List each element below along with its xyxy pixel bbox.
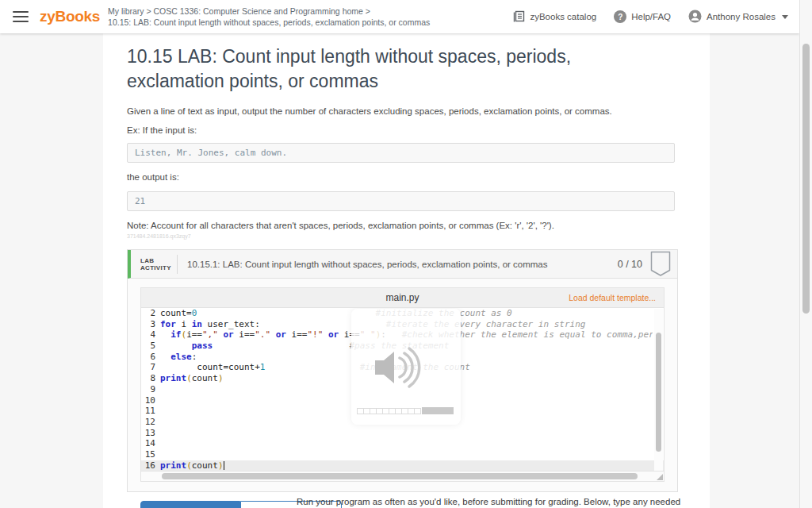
editor-filename: main.py	[385, 292, 419, 303]
line-number: 15	[141, 449, 160, 460]
zybooks-logo[interactable]: zyBooks	[40, 8, 100, 25]
divider	[177, 255, 178, 274]
line-number: 2	[141, 308, 160, 319]
lab-activity-title: 10.15.1: LAB: Count input length without…	[187, 260, 611, 269]
user-menu[interactable]: Anthony Rosales	[688, 10, 788, 25]
editor-hscrollbar[interactable]	[140, 471, 665, 482]
catalog-label: zyBooks catalog	[530, 12, 596, 21]
line-number: 9	[141, 384, 160, 395]
line-number: 10	[141, 395, 160, 406]
top-bar: zyBooks My library > COSC 1336: Computer…	[0, 0, 799, 33]
line-number: 4	[141, 329, 160, 341]
code-line[interactable]: 15	[141, 449, 664, 460]
code-text	[160, 449, 653, 460]
lab-activity-type-label: LAB ACTIVITY	[131, 257, 177, 271]
watermark-text: 371484.2481816.qx3zqy7	[127, 233, 686, 239]
example-input-box: Listen, Mr. Jones, calm down.	[127, 143, 675, 163]
develop-mode-button[interactable]	[140, 501, 240, 508]
line-number: 7	[141, 362, 160, 373]
line-number: 13	[141, 428, 160, 439]
code-editor[interactable]: 2count=0 #initialize the count as 03for …	[140, 308, 665, 471]
page-title: 10.15 LAB: Count input length without sp…	[127, 44, 666, 94]
line-number: 12	[141, 417, 160, 428]
main-content: 10.15 LAB: Count input length without sp…	[103, 33, 710, 508]
editor-vscrollbar-thumb[interactable]	[656, 333, 661, 452]
line-number: 6	[141, 352, 160, 363]
hamburger-menu-icon[interactable]	[13, 11, 29, 22]
footer-instructions: Run your program as often as you'd like,…	[297, 497, 804, 506]
help-faq-link[interactable]: ? Help/FAQ	[614, 10, 671, 23]
chevron-down-icon	[782, 15, 788, 19]
code-text	[160, 438, 653, 449]
user-name: Anthony Rosales	[707, 12, 776, 21]
speaker-icon[interactable]	[367, 339, 424, 399]
score-badge: 0 / 10	[618, 259, 642, 270]
breadcrumb-line-2[interactable]: 10.15: LAB: Count input length without s…	[108, 17, 430, 28]
output-intro: the output is:	[127, 172, 686, 182]
load-default-template-link[interactable]: Load default template...	[569, 293, 656, 302]
note-text: Note: Account for all characters that ar…	[127, 221, 686, 230]
caption-progress[interactable]	[357, 407, 454, 414]
line-number: 5	[141, 341, 160, 352]
code-line[interactable]: 16print(count)	[141, 460, 664, 471]
editor-hscrollbar-thumb[interactable]	[162, 473, 638, 479]
progress-segment	[414, 408, 421, 414]
lab-activity-card: LAB ACTIVITY 10.15.1: LAB: Count input l…	[127, 249, 678, 492]
line-number: 16	[141, 460, 160, 471]
page-scrollbar[interactable]	[799, 0, 812, 508]
catalog-icon	[513, 10, 525, 24]
lab-description: Given a line of text as input, output th…	[127, 106, 686, 116]
shield-bookmark-icon[interactable]	[650, 251, 671, 277]
lab-activity-header: LAB ACTIVITY 10.15.1: LAB: Count input l…	[128, 250, 677, 279]
resize-handle[interactable]	[657, 474, 663, 480]
line-number: 11	[141, 406, 160, 417]
page: zyBooks My library > COSC 1336: Computer…	[0, 0, 812, 508]
progress-fill	[422, 407, 454, 414]
line-number: 8	[141, 373, 160, 384]
user-avatar-icon	[688, 10, 702, 25]
line-number: 14	[141, 438, 160, 449]
breadcrumb-line-1[interactable]: My library > COSC 1336: Computer Science…	[108, 6, 430, 17]
zybooks-catalog-link[interactable]: zyBooks catalog	[513, 10, 596, 24]
code-line[interactable]: 13	[141, 428, 664, 439]
example-output-box: 21	[127, 191, 675, 211]
help-label: Help/FAQ	[631, 12, 671, 21]
editor-vscrollbar[interactable]	[654, 309, 663, 471]
page-scrollbar-thumb[interactable]	[802, 44, 810, 314]
help-icon: ?	[614, 10, 626, 23]
line-number: 3	[141, 319, 160, 330]
caption-overlay	[351, 309, 461, 425]
editor-header: main.py Load default template...	[140, 287, 665, 308]
code-line[interactable]: 14	[141, 438, 664, 449]
code-text: print(count)	[160, 460, 653, 471]
example-intro: Ex: If the input is:	[127, 125, 686, 135]
breadcrumb: My library > COSC 1336: Computer Science…	[108, 6, 430, 28]
text-cursor	[224, 461, 224, 470]
code-text	[160, 428, 653, 439]
